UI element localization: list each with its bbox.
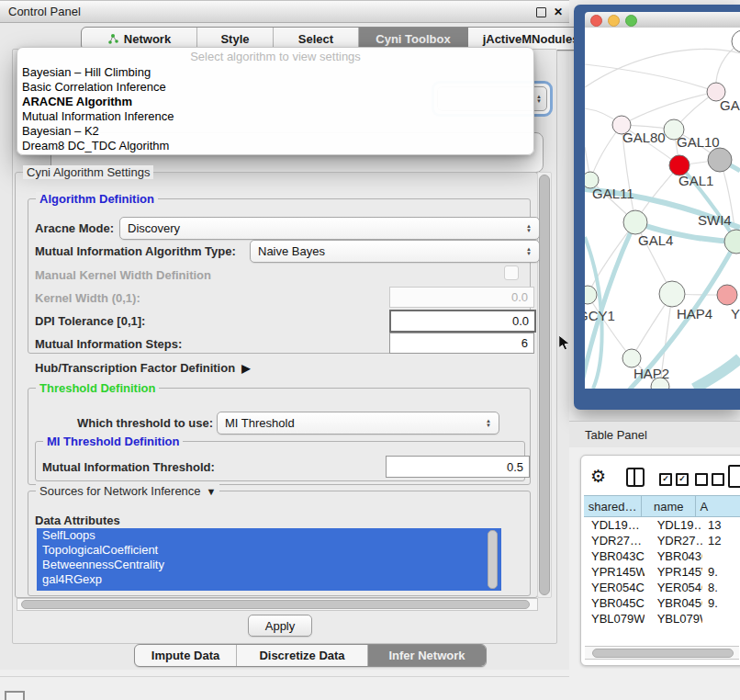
- checked-box-icon: [676, 473, 689, 486]
- mi-algorithm-type-combobox[interactable]: Naive Bayes: [250, 240, 540, 263]
- which-threshold-value: MI Threshold: [225, 416, 295, 430]
- mi-threshold-definition-legend: MI Threshold Definition: [43, 435, 183, 448]
- table-row[interactable]: YER054C YER054C 8.: [584, 580, 740, 595]
- tab-impute-data[interactable]: Impute Data: [135, 645, 237, 666]
- dpi-tolerance-value: 0.0: [512, 314, 529, 328]
- dropdown-item[interactable]: Dream8 DC_TDC Algorithm: [17, 139, 533, 153]
- combo-arrows-icon: [521, 247, 532, 256]
- node-gray[interactable]: [708, 148, 732, 172]
- cell-shared-name: YBR043C: [584, 548, 645, 564]
- select-all-columns-icon[interactable]: [659, 473, 689, 486]
- dpi-tolerance-field[interactable]: 0.0: [389, 310, 536, 333]
- mouse-cursor: [558, 335, 571, 351]
- zoom-traffic-light[interactable]: [625, 15, 637, 27]
- apply-button[interactable]: Apply: [248, 615, 312, 637]
- column-header-name[interactable]: name: [642, 496, 696, 516]
- kernel-width-field[interactable]: 0.0: [389, 287, 534, 308]
- attributes-scrollbar-thumb[interactable]: [488, 530, 498, 589]
- node-gcy1[interactable]: [585, 286, 597, 304]
- dropdown-item[interactable]: Bayesian – Hill Climbing: [17, 65, 533, 80]
- table-hscrollbar-thumb[interactable]: [592, 649, 734, 658]
- which-threshold-label: Which threshold to use:: [77, 416, 213, 430]
- minimize-traffic-light[interactable]: [608, 15, 620, 27]
- mi-steps-label: Mutual Information Steps:: [35, 337, 182, 351]
- new-table-icon[interactable]: [728, 465, 740, 488]
- tab-infer-network[interactable]: Infer Network: [368, 645, 486, 666]
- tab-discretize-data-label: Discretize Data: [259, 649, 344, 662]
- minimized-panel-icon[interactable]: [5, 691, 25, 700]
- aracne-mode-combobox[interactable]: Discovery: [119, 217, 540, 240]
- attribute-item[interactable]: SelfLoops: [37, 528, 501, 543]
- hub-transcription-factor-toggle[interactable]: Hub/Transcription Factor Definition: [35, 361, 250, 375]
- node-hap4-label: HAP4: [677, 306, 712, 322]
- table-row[interactable]: YDL19… YDL19… 13: [584, 517, 740, 533]
- table-row[interactable]: YDR27… YDR27… 12: [584, 533, 740, 548]
- table-row[interactable]: YBR043C YBR043C: [584, 548, 740, 564]
- cell-name: YLR345W: [645, 627, 702, 627]
- cell-shared-name: YDL19…: [584, 517, 645, 533]
- dropdown-items: Bayesian – Hill Climbing Basic Correlati…: [17, 65, 533, 153]
- table-row[interactable]: YLR345W YLR345W 9.: [584, 627, 740, 627]
- mi-threshold-field[interactable]: 0.5: [386, 456, 530, 478]
- cell-name: YBR043C: [645, 548, 702, 564]
- kernel-width-value: 0.0: [511, 290, 528, 304]
- node-y-partial[interactable]: [717, 285, 737, 305]
- network-edge: [622, 92, 716, 125]
- tab-discretize-data[interactable]: Discretize Data: [237, 645, 368, 666]
- cell-value: 12: [702, 533, 740, 548]
- which-threshold-combobox[interactable]: MI Threshold: [217, 412, 499, 435]
- dropdown-item[interactable]: Bayesian – K2: [17, 124, 533, 139]
- float-window-icon[interactable]: [536, 7, 546, 17]
- network-edge: [585, 50, 740, 87]
- network-view-window: GALGAL80GAL10GAL1GAL11GAL4SWI4HAP4YGCY1H…: [574, 5, 740, 410]
- tab-jactivemnodules-label: jActiveMNodules: [483, 32, 579, 46]
- dpi-tolerance-label: DPI Tolerance [0,1]:: [35, 314, 145, 328]
- checked-box-icon: [659, 473, 672, 486]
- dropdown-item[interactable]: Mutual Information Inference: [17, 109, 533, 124]
- control-panel-title: Control Panel: [0, 5, 81, 18]
- node-swi4-label: SWI4: [698, 212, 732, 228]
- cell-name: YER054C: [645, 580, 702, 595]
- close-window-icon[interactable]: ✕: [554, 5, 563, 19]
- table-row[interactable]: YBL079W YBL079W: [584, 611, 740, 627]
- settings-scrollbar-thumb[interactable]: [539, 175, 550, 595]
- attribute-item[interactable]: gal4RGexp: [37, 572, 501, 587]
- column-header-shared-name[interactable]: shared…: [584, 496, 642, 516]
- manual-kernel-width-checkbox[interactable]: [504, 265, 519, 280]
- attribute-item[interactable]: BetweennessCentrality: [37, 558, 501, 572]
- sources-legend-label: Sources for Network Inference: [39, 484, 201, 498]
- node-hap2[interactable]: [622, 349, 641, 367]
- close-traffic-light[interactable]: [590, 15, 602, 27]
- network-edge: [585, 64, 716, 92]
- split-columns-icon[interactable]: [626, 468, 645, 487]
- sources-legend[interactable]: Sources for Network Inference: [36, 484, 219, 498]
- table-panel: shared… name A YDL19… YDL19… 13 YDR27… Y…: [580, 455, 740, 666]
- dropdown-item[interactable]: Basic Correlation Inference: [17, 80, 533, 95]
- node-y-partial-label: Y: [731, 306, 740, 322]
- cell-shared-name: YDR27…: [584, 533, 645, 548]
- column-header-partial[interactable]: A: [696, 496, 740, 516]
- network-canvas[interactable]: GALGAL80GAL10GAL1GAL11GAL4SWI4HAP4YGCY1H…: [585, 28, 740, 389]
- kernel-width-label: Kernel Width (0,1):: [35, 291, 140, 305]
- node-gal4[interactable]: [623, 210, 647, 234]
- table-panel-title: Table Panel: [569, 428, 647, 442]
- node-swi4[interactable]: [724, 230, 740, 254]
- table-header-row: shared… name A: [584, 495, 740, 517]
- table-row[interactable]: YBR045C YBR045C 9.: [584, 595, 740, 611]
- deselect-all-columns-icon[interactable]: [695, 473, 724, 486]
- settings-hscrollbar-thumb[interactable]: [21, 600, 530, 609]
- settings-horizontal-scrollbar[interactable]: [17, 598, 538, 611]
- cell-value: [702, 611, 740, 627]
- dropdown-item-selected[interactable]: ARACNE Algorithm: [17, 95, 533, 109]
- cell-name: YPR145W: [645, 564, 702, 580]
- unchecked-box-icon: [712, 473, 724, 486]
- mi-steps-field[interactable]: 6: [389, 333, 534, 354]
- node-gal1-label: GAL1: [678, 173, 713, 188]
- node-gal10-label: GAL10: [677, 134, 720, 150]
- node-hap4[interactable]: [659, 281, 685, 307]
- table-row[interactable]: YPR145W YPR145W 9.: [584, 564, 740, 580]
- data-attributes-label: Data Attributes: [35, 514, 120, 527]
- table-horizontal-scrollbar[interactable]: [585, 646, 739, 660]
- gear-icon[interactable]: [590, 466, 606, 487]
- attribute-item[interactable]: TopologicalCoefficient: [37, 543, 501, 558]
